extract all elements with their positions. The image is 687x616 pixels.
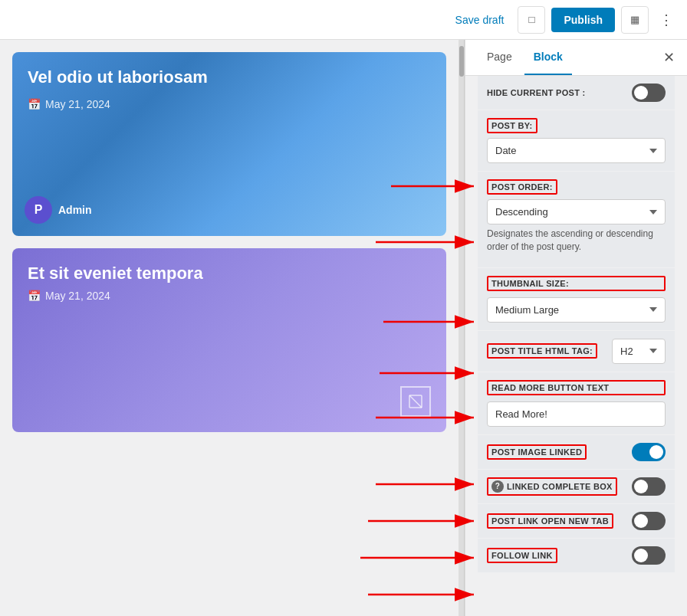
sidebar-content: HIDE CURRENT POST : POST BY: Date Title … (465, 76, 687, 585)
post-order-note: Designates the ascending or descending o… (487, 224, 666, 260)
linked-complete-box-help-icon[interactable]: ? (491, 480, 504, 493)
settings-icon: ▦ (630, 14, 639, 25)
svg-line-1 (409, 395, 422, 408)
calendar-icon-2: 📅 (28, 290, 41, 302)
sidebar-tabs: Page Block ✕ (465, 40, 687, 76)
read-more-row: READ MORE BUTTON TEXT (478, 372, 675, 434)
save-draft-button[interactable]: Save draft (448, 9, 512, 31)
post-image-linked-label: POST IMAGE LINKED (487, 444, 587, 460)
scroll-thumb[interactable] (459, 46, 464, 77)
linked-complete-box-label: ? LINKED COMPLETE BOX (487, 477, 617, 496)
post-author-1: P Admin (25, 196, 92, 224)
settings-button[interactable]: ▦ (621, 6, 649, 34)
sidebar: Page Block ✕ HIDE CURRENT POST : POST BY… (465, 40, 687, 616)
post-link-new-tab-label: POST LINK OPEN NEW TAB (487, 513, 613, 529)
post-title-1: Vel odio ut laboriosam (28, 67, 431, 87)
post-title-tag-select[interactable]: H1 H2 H3 H4 H5 H6 (612, 339, 666, 364)
post-date-2: 📅 May 21, 2024 (28, 290, 431, 302)
preview-button[interactable]: □ (518, 6, 545, 34)
no-image-placeholder (400, 386, 431, 417)
post-order-label: POST ORDER: (487, 179, 557, 195)
tab-page[interactable]: Page (478, 40, 521, 75)
linked-complete-box-row: ? LINKED COMPLETE BOX (478, 470, 675, 503)
post-date-1: 📅 May 21, 2024 (28, 98, 110, 110)
hide-current-post-row: HIDE CURRENT POST : (478, 76, 675, 110)
publish-button[interactable]: Publish (551, 8, 615, 32)
post-link-new-tab-row: POST LINK OPEN NEW TAB (478, 504, 675, 538)
hide-current-post-slider (632, 84, 666, 102)
post-link-new-tab-toggle[interactable] (632, 512, 666, 530)
post-image-linked-slider (632, 443, 666, 461)
content-area: Vel odio ut laboriosam 📅 May 21, 2024 P … (0, 40, 459, 616)
post-order-row: POST ORDER: Descending Ascending Designa… (478, 172, 675, 267)
post-by-select[interactable]: Date Title Author ID Modified Date (487, 138, 666, 163)
scrollbar[interactable] (459, 40, 465, 616)
follow-link-row: FOLLOW LINK (478, 539, 675, 572)
thumbnail-size-row: THUMBNAIL SIZE: Thumbnail Medium Medium … (478, 268, 675, 330)
preview-icon: □ (528, 14, 534, 25)
post-card-1[interactable]: Vel odio ut laboriosam 📅 May 21, 2024 P … (12, 52, 446, 236)
post-by-label: POST BY: (487, 118, 537, 133)
author-avatar-1: P (25, 196, 52, 224)
sidebar-close-button[interactable]: ✕ (663, 40, 675, 75)
tab-block[interactable]: Block (524, 40, 572, 75)
more-button[interactable]: ⋮ (655, 8, 678, 31)
main-layout: Vel odio ut laboriosam 📅 May 21, 2024 P … (0, 40, 687, 616)
calendar-icon-1: 📅 (28, 98, 41, 110)
post-title-2: Et sit eveniet tempora (28, 264, 431, 283)
post-title-tag-label: POST TITLE HTML TAG: (487, 343, 597, 359)
post-order-select[interactable]: Descending Ascending (487, 199, 666, 224)
thumbnail-size-label: THUMBNAIL SIZE: (487, 276, 666, 291)
author-name-1: Admin (58, 204, 92, 216)
read-more-input[interactable] (487, 401, 666, 427)
linked-complete-box-toggle[interactable] (632, 477, 666, 496)
post-link-new-tab-slider (632, 512, 666, 530)
follow-link-toggle[interactable] (632, 546, 666, 565)
post-title-tag-row: POST TITLE HTML TAG: H1 H2 H3 H4 H5 H6 (478, 331, 675, 372)
post-image-linked-toggle[interactable] (632, 443, 666, 461)
post-by-row: POST BY: Date Title Author ID Modified D… (478, 110, 675, 171)
post-image-linked-row: POST IMAGE LINKED (478, 435, 675, 469)
hide-current-post-label: HIDE CURRENT POST : (487, 88, 586, 97)
post-card-2[interactable]: Et sit eveniet tempora 📅 May 21, 2024 (12, 248, 446, 432)
hide-current-post-toggle[interactable] (632, 84, 666, 102)
more-icon: ⋮ (659, 12, 673, 28)
toolbar: Save draft □ Publish ▦ ⋮ (0, 0, 687, 40)
follow-link-label: FOLLOW LINK (487, 548, 557, 563)
follow-link-slider (632, 546, 666, 565)
linked-complete-box-slider (632, 477, 666, 496)
read-more-label: READ MORE BUTTON TEXT (487, 380, 666, 395)
thumbnail-size-select[interactable]: Thumbnail Medium Medium Large Large Full (487, 297, 666, 323)
